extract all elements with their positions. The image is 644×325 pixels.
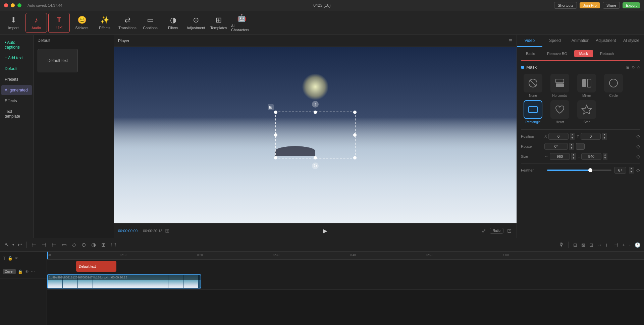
rotate-input[interactable]: [544, 143, 568, 150]
position-x-stepper[interactable]: ▲ ▼: [570, 133, 575, 140]
feather-slider[interactable]: [547, 170, 611, 171]
size-height-input[interactable]: [581, 153, 601, 160]
sidebar-item-text-template[interactable]: Text template: [1, 107, 32, 121]
mask-reset-icon[interactable]: ↺: [632, 65, 635, 70]
tab-ai-stylize[interactable]: AI stylize: [619, 35, 644, 47]
zoom-fit-btn[interactable]: ⊡: [506, 226, 513, 235]
tl-zoom-in[interactable]: +: [621, 241, 626, 249]
position-x-down[interactable]: ▼: [570, 136, 575, 140]
text-track-lock[interactable]: 🔒: [8, 256, 13, 261]
selection-box[interactable]: [275, 112, 356, 158]
position-y-down[interactable]: ▼: [602, 136, 607, 140]
sidebar-item-auto-captions[interactable]: • Auto captions: [1, 38, 32, 52]
rotate-handle-bottom[interactable]: ↻: [312, 162, 319, 169]
cursor-dropdown[interactable]: ▾: [12, 243, 14, 247]
traffic-light-maximize[interactable]: [17, 3, 21, 7]
playhead[interactable]: [47, 252, 48, 259]
fullscreen-btn[interactable]: ⤢: [481, 226, 487, 235]
tl-tool-6[interactable]: ⊣: [613, 241, 619, 249]
feather-value-input[interactable]: [614, 167, 626, 174]
rotate-up[interactable]: ▲: [569, 143, 574, 146]
feather-up[interactable]: ▲: [629, 167, 634, 170]
mask-copy-icon[interactable]: ⊞: [626, 65, 630, 70]
undo-btn[interactable]: ↩: [15, 240, 24, 249]
size-w-down[interactable]: ▼: [571, 156, 576, 160]
share-button[interactable]: Share: [603, 2, 620, 9]
toolbar-adjustment[interactable]: ⊙ Adjustment: [185, 13, 207, 33]
rotate-flip-btn[interactable]: -: [576, 143, 585, 150]
transform-btn[interactable]: ⊞: [99, 240, 108, 249]
cover-button[interactable]: Cover: [3, 269, 16, 274]
tab-video[interactable]: Video: [517, 35, 542, 47]
mask-shape-none[interactable]: None: [521, 74, 545, 97]
size-h-up[interactable]: ▲: [603, 153, 607, 156]
join-pro-button[interactable]: Join Pro: [580, 2, 600, 8]
sidebar-item-default[interactable]: Default: [1, 64, 32, 74]
toolbar-ai-characters[interactable]: 🤖 AI Characters: [231, 13, 252, 33]
feather-thumb[interactable]: [588, 168, 592, 172]
size-h-stepper[interactable]: ▲ ▼: [603, 153, 607, 160]
traffic-light-minimize[interactable]: [11, 3, 15, 7]
tab-speed[interactable]: Speed: [542, 35, 568, 47]
size-width-input[interactable]: [550, 153, 570, 160]
video-track-lock[interactable]: 🔒: [18, 269, 23, 274]
feather-down[interactable]: ▼: [629, 170, 634, 174]
shortcuts-button[interactable]: Shortcuts: [554, 2, 577, 9]
sidebar-item-ai-generated[interactable]: AI generated: [1, 85, 32, 95]
position-y-up[interactable]: ▲: [602, 133, 607, 136]
rotate-down[interactable]: ▼: [569, 146, 574, 150]
subtab-retouch[interactable]: Retouch: [595, 50, 619, 57]
subtab-mask[interactable]: Mask: [574, 50, 593, 57]
split-btn[interactable]: ⊢: [30, 240, 38, 249]
feather-steppers[interactable]: ▲ ▼: [629, 167, 634, 174]
video-track-more[interactable]: ⋯: [31, 269, 35, 274]
delete-clip-btn[interactable]: ▭: [60, 240, 69, 249]
text-track-eye[interactable]: 👁: [15, 256, 19, 261]
export-button[interactable]: Export: [623, 2, 640, 8]
mask-diamond-icon[interactable]: ◇: [637, 65, 640, 70]
toolbar-import[interactable]: ⬇ Import: [3, 13, 24, 33]
feather-keyframe[interactable]: ◇: [636, 168, 640, 173]
move-icon[interactable]: ⊞: [268, 104, 274, 110]
tl-tool-4[interactable]: ↔: [596, 241, 603, 249]
position-keyframe[interactable]: ◇: [636, 134, 640, 139]
tl-tool-3[interactable]: ⊡: [588, 241, 594, 249]
toolbar-effects[interactable]: ✨ Effects: [94, 13, 115, 33]
size-w-stepper[interactable]: ▲ ▼: [571, 153, 576, 160]
tl-tool-5[interactable]: ⊢: [605, 241, 611, 249]
play-button[interactable]: ▶: [320, 226, 330, 236]
sidebar-item-add-text[interactable]: + Add text: [1, 53, 32, 63]
default-text-thumbnail[interactable]: Default text: [38, 49, 78, 72]
position-y-input[interactable]: [581, 133, 601, 140]
toolbar-text[interactable]: T Text: [48, 13, 70, 33]
trim-end-btn[interactable]: ⊢: [50, 240, 58, 249]
ratio-button[interactable]: Ratio: [490, 228, 503, 234]
player-menu-icon[interactable]: ☰: [509, 39, 513, 43]
tab-animation[interactable]: Animation: [568, 35, 593, 47]
mic-btn[interactable]: 🎙: [558, 241, 565, 249]
tl-tool-1[interactable]: ⊟: [572, 241, 578, 249]
crop-btn[interactable]: ◇: [70, 240, 78, 249]
rotate-keyframe[interactable]: ◇: [636, 144, 640, 149]
mask-shape-heart[interactable]: Heart: [548, 100, 572, 124]
tl-tool-2[interactable]: ⊠: [580, 241, 586, 249]
tab-adjustment[interactable]: Adjustment: [593, 35, 619, 47]
trim-start-btn[interactable]: ⊣: [40, 240, 48, 249]
mask-shape-circle[interactable]: Circle: [601, 74, 626, 97]
color-btn[interactable]: ◑: [89, 240, 98, 249]
subtab-remove-bg[interactable]: Remove BG: [542, 50, 572, 57]
size-w-up[interactable]: ▲: [571, 153, 576, 156]
more-btn[interactable]: ⬚: [109, 240, 118, 249]
mask-shape-mirror[interactable]: Mirror: [575, 74, 599, 97]
tl-zoom-out[interactable]: -: [628, 241, 632, 249]
position-x-up[interactable]: ▲: [570, 133, 575, 136]
player-canvas[interactable]: ↑ ↻ ⊞: [114, 47, 517, 223]
toolbar-templates[interactable]: ⊞ Templates: [208, 13, 229, 33]
subtab-basic[interactable]: Basic: [521, 50, 540, 57]
position-x-input[interactable]: [548, 133, 569, 140]
video-track-eye[interactable]: 👁: [25, 269, 29, 274]
tl-clock[interactable]: 🕐: [634, 241, 641, 249]
toolbar-captions[interactable]: ▭ Captions: [140, 13, 161, 33]
toolbar-stickers[interactable]: 😊 Stickers: [71, 13, 93, 33]
toolbar-audio[interactable]: ♪ Audio: [25, 13, 47, 33]
